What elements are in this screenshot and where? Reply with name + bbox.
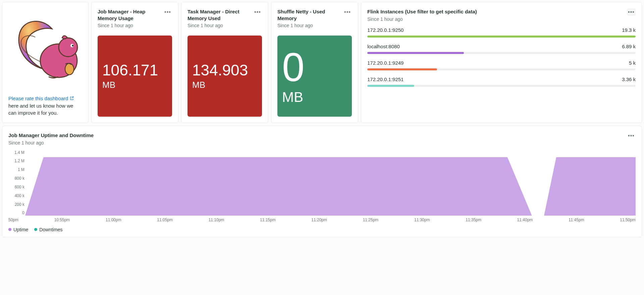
ellipsis-icon: •••: [344, 9, 351, 15]
instance-host: 172.20.0.1:9251: [367, 76, 404, 82]
x-tick: 11:40pm: [517, 218, 533, 222]
instance-value: 6.89 k: [622, 44, 636, 49]
x-tick: 11:45pm: [569, 218, 584, 222]
x-tick: 11:00pm: [106, 218, 121, 222]
x-tick: 11:25pm: [363, 218, 379, 222]
card-subtitle: Since 1 hour ago: [367, 16, 625, 22]
instance-value: 5 k: [629, 60, 636, 66]
instance-item[interactable]: 172.20.0.1:92513.36 k: [367, 76, 636, 87]
svg-point-4: [65, 63, 74, 75]
x-tick: 50pm: [8, 218, 18, 222]
y-tick: 800 k: [8, 176, 24, 181]
x-axis-labels: 50pm10:55pm11:00pm11:05pm11:10pm11:15pm1…: [8, 218, 636, 222]
chart-legend: Uptime Downtimes: [8, 227, 636, 232]
shuffle-netty-card: Shuffle Netty - Used Memory Since 1 hour…: [271, 2, 358, 123]
y-tick: 1.4 M: [8, 150, 24, 155]
svg-point-1: [59, 38, 77, 57]
x-tick: 11:30pm: [414, 218, 430, 222]
legend-label: Downtimes: [39, 227, 62, 232]
rate-dashboard-link[interactable]: Please rate this dashboard: [8, 96, 74, 101]
card-title: Shuffle Netty - Used Memory: [277, 8, 341, 21]
x-tick: 11:20pm: [311, 218, 327, 222]
x-tick: 11:05pm: [157, 218, 173, 222]
instances-list: 172.20.0.1:925019.3 klocalhost:80806.89 …: [367, 27, 636, 87]
instance-bar: [367, 68, 636, 70]
card-title: Flink Instances (Use filter to get speci…: [367, 8, 625, 15]
logo-card: Please rate this dashboard here and let …: [2, 2, 89, 123]
direct-memory-card: Task Manager - Direct Memory Used Since …: [181, 2, 268, 123]
rate-help-text: here and let us know how we can improve …: [8, 102, 82, 117]
uptime-downtime-chart-card: Job Manager Uptime and Downtime Since 1 …: [2, 126, 642, 237]
metric-box: 134.903 MB: [187, 36, 262, 117]
instance-value: 19.3 k: [622, 27, 636, 33]
legend-dot-icon: [34, 228, 37, 231]
x-tick: 11:15pm: [260, 218, 276, 222]
y-axis-labels: 1.4 M1.2 M1 M800 k600 k400 k200 k0: [8, 150, 24, 216]
instance-value: 3.36 k: [622, 76, 636, 82]
card-subtitle: Since 1 hour ago: [187, 23, 251, 28]
more-menu-button[interactable]: •••: [163, 8, 172, 16]
y-tick: 0: [8, 211, 24, 215]
instance-host: 172.20.0.1:9250: [367, 27, 404, 33]
legend-uptime[interactable]: Uptime: [8, 227, 28, 232]
external-link-icon: [69, 96, 74, 101]
metric-value: 134.903: [192, 62, 257, 78]
chart-area: 1.4 M1.2 M1 M800 k600 k400 k200 k0 50pm1…: [8, 150, 636, 222]
instance-bar: [367, 85, 636, 87]
ellipsis-icon: •••: [628, 9, 635, 15]
legend-dot-icon: [8, 228, 11, 231]
metric-value: 106.171: [102, 62, 167, 78]
more-menu-button[interactable]: •••: [627, 132, 636, 139]
more-menu-button[interactable]: •••: [627, 8, 636, 16]
instance-host: localhost:8080: [367, 44, 400, 49]
card-subtitle: Since 1 hour ago: [98, 23, 161, 28]
ellipsis-icon: •••: [254, 9, 261, 15]
metric-value: 0: [282, 47, 347, 87]
flink-squirrel-logo: [8, 8, 82, 96]
metric-box: 0 MB: [277, 36, 352, 117]
y-tick: 1 M: [8, 167, 24, 172]
legend-label: Uptime: [13, 227, 28, 232]
x-tick: 11:10pm: [209, 218, 224, 222]
x-tick: 10:55pm: [54, 218, 70, 222]
y-tick: 600 k: [8, 185, 24, 189]
rate-link-text: Please rate this dashboard: [8, 96, 68, 101]
card-title: Job Manager - Heap Memory Usage: [98, 8, 161, 21]
flink-instances-card: Flink Instances (Use filter to get speci…: [361, 2, 642, 123]
uptime-area: [25, 157, 636, 215]
metric-unit: MB: [192, 80, 257, 90]
card-title: Task Manager - Direct Memory Used: [187, 8, 251, 21]
metric-box: 106.171 MB: [98, 36, 172, 117]
more-menu-button[interactable]: •••: [253, 8, 262, 16]
instance-bar: [367, 36, 636, 38]
y-tick: 400 k: [8, 193, 24, 198]
instance-host: 172.20.0.1:9249: [367, 60, 404, 66]
instance-bar: [367, 52, 636, 54]
chart-subtitle: Since 1 hour ago: [8, 140, 625, 145]
instance-item[interactable]: localhost:80806.89 k: [367, 44, 636, 54]
more-menu-button[interactable]: •••: [343, 8, 352, 16]
x-tick: 11:50pm: [620, 218, 636, 222]
heap-memory-card: Job Manager - Heap Memory Usage Since 1 …: [91, 2, 178, 123]
chart-plot: [25, 150, 636, 216]
y-tick: 200 k: [8, 202, 24, 207]
legend-downtimes[interactable]: Downtimes: [34, 227, 62, 232]
card-subtitle: Since 1 hour ago: [277, 23, 341, 28]
y-tick: 1.2 M: [8, 159, 24, 163]
chart-title: Job Manager Uptime and Downtime: [8, 132, 625, 139]
svg-point-3: [72, 45, 74, 46]
instance-item[interactable]: 172.20.0.1:925019.3 k: [367, 27, 636, 38]
ellipsis-icon: •••: [628, 133, 635, 139]
metric-unit: MB: [102, 80, 167, 90]
x-tick: 11:35pm: [466, 218, 481, 222]
ellipsis-icon: •••: [164, 9, 171, 15]
instance-item[interactable]: 172.20.0.1:92495 k: [367, 60, 636, 70]
metric-unit: MB: [282, 89, 347, 105]
